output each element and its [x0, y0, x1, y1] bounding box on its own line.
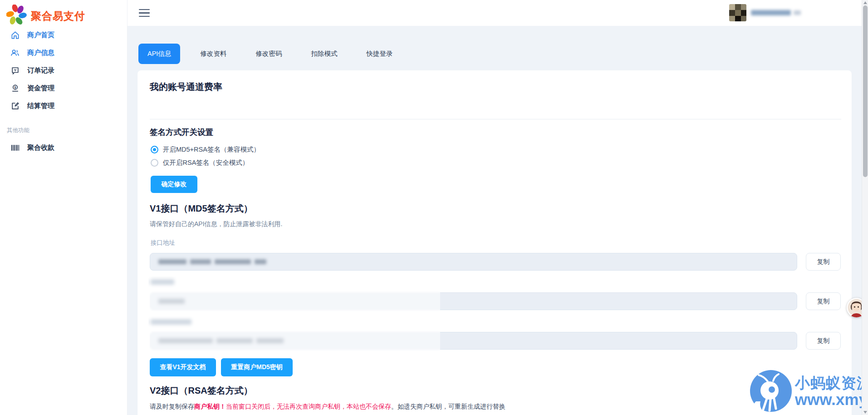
merchant-key-input[interactable]: [150, 332, 797, 350]
sidebar-section-label: 其他功能: [0, 115, 127, 139]
sign-section-title: 签名方式开关设置: [150, 127, 213, 138]
view-v1-docs-button[interactable]: 查看V1开发文档: [150, 358, 216, 376]
field-label-merchant-id-blurred: [151, 279, 174, 286]
user-name-blurred: [751, 10, 801, 15]
v2-desc-red: 当前窗口关闭后，无法再次查询商户私钥，本站也不会保存: [226, 403, 391, 410]
sidebar-item-aggregate-collect[interactable]: 聚合收款: [0, 139, 127, 157]
radio-label: 开启MD5+RSA签名（兼容模式）: [163, 145, 260, 154]
merchant-id-input[interactable]: [150, 292, 797, 310]
tab-change-password[interactable]: 修改密码: [246, 44, 291, 64]
funds-icon: $: [10, 84, 20, 93]
sidebar-item-merchant-home[interactable]: 商户首页: [0, 26, 127, 44]
radio-selected-icon[interactable]: [151, 146, 158, 153]
scrollbar-thumb[interactable]: [863, 5, 868, 177]
sidebar-item-label: 结算管理: [27, 102, 54, 110]
copy-merchant-id-button[interactable]: 复制: [806, 292, 841, 310]
radio-unselected-icon[interactable]: [151, 159, 158, 167]
section-divider: [150, 119, 841, 119]
sidebar-item-merchant-info[interactable]: 商户信息: [0, 44, 127, 62]
v2-section-title: V2接口（RSA签名方式）: [150, 385, 253, 397]
sidebar-item-funds[interactable]: $ 资金管理: [0, 79, 127, 97]
field-label-merchant-key-blurred: [151, 319, 191, 326]
copy-api-url-button[interactable]: 复制: [806, 253, 841, 271]
api-info-card: 我的账号通道费率 签名方式开关设置 开启MD5+RSA签名（兼容模式） 仅开启R…: [137, 70, 852, 415]
user-avatar: [729, 4, 746, 21]
tab-quick-login[interactable]: 快捷登录: [357, 44, 402, 64]
sidebar-item-label: 商户信息: [27, 49, 54, 57]
menu-toggle-icon[interactable]: [139, 9, 150, 17]
reset-md5-key-button[interactable]: 重置商户MD5密钥: [221, 358, 293, 376]
confirm-modify-button[interactable]: 确定修改: [151, 176, 197, 193]
tab-api-info[interactable]: API信息: [138, 44, 180, 64]
tab-deduct-mode[interactable]: 扣除模式: [302, 44, 346, 64]
scrollbar-down-arrow[interactable]: [863, 411, 867, 414]
home-icon: [10, 31, 20, 40]
tab-edit-profile[interactable]: 修改资料: [191, 44, 235, 64]
field-label-api-url: 接口地址: [151, 239, 175, 247]
radio-option-rsa-only[interactable]: 仅开启RSA签名（安全模式）: [151, 158, 249, 167]
v2-desc-red-bold: 商户私钥！: [194, 403, 226, 410]
users-icon: [10, 49, 20, 58]
v1-section-title: V1接口（MD5签名方式）: [150, 203, 253, 215]
v1-section-desc: 请保管好自己的API信息，防止泄露被非法利用.: [150, 220, 282, 228]
brand-title: 聚合易支付: [31, 9, 85, 23]
brand-logo[interactable]: 聚合易支付: [6, 5, 85, 27]
sidebar-item-order-records[interactable]: 订单记录: [0, 62, 127, 79]
sidebar-item-label: 资金管理: [27, 84, 54, 93]
topbar: [128, 0, 868, 26]
radio-label: 仅开启RSA签名（安全模式）: [163, 158, 249, 167]
sidebar-item-label: 订单记录: [27, 66, 54, 75]
sidebar: 聚合易支付 商户首页 商户信息 订单记录 $ 资金管理: [0, 0, 128, 415]
api-url-input[interactable]: [150, 253, 797, 271]
flower-logo-icon: [6, 5, 27, 27]
settings-tabs: API信息 修改资料 修改密码 扣除模式 快捷登录: [138, 44, 402, 64]
sidebar-item-label: 商户首页: [27, 31, 54, 40]
vertical-scrollbar[interactable]: [862, 0, 868, 415]
order-record-icon: [10, 66, 20, 75]
sidebar-item-label: 聚合收款: [27, 143, 54, 152]
copy-merchant-key-button[interactable]: 复制: [806, 332, 841, 350]
settlement-icon: [10, 102, 20, 111]
svg-text:$: $: [14, 86, 16, 89]
rate-section-title: 我的账号通道费率: [150, 81, 222, 93]
scrollbar-up-arrow[interactable]: [863, 1, 867, 4]
v2-section-desc: 请及时复制保存商户私钥！当前窗口关闭后，无法再次查询商户私钥，本站也不会保存。如…: [150, 403, 505, 411]
sidebar-item-settlement[interactable]: 结算管理: [0, 97, 127, 115]
barcode-icon: [10, 143, 20, 153]
user-menu[interactable]: [729, 4, 801, 21]
radio-option-md5-rsa[interactable]: 开启MD5+RSA签名（兼容模式）: [151, 145, 260, 154]
